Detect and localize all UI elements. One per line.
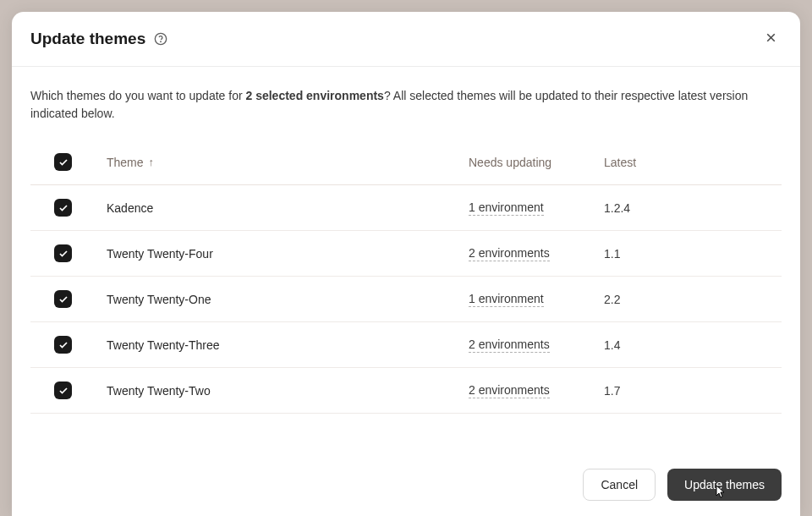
- header-theme-label: Theme: [107, 156, 144, 169]
- row-checkbox[interactable]: [54, 382, 72, 399]
- latest-version: 2.2: [604, 293, 620, 306]
- header-theme[interactable]: Theme ↑: [107, 156, 469, 169]
- environments-link[interactable]: 1 environment: [469, 200, 544, 216]
- modal-title-wrap: Update themes: [30, 30, 167, 48]
- modal-footer: Cancel Update themes: [12, 453, 800, 516]
- header-checkbox-cell: [30, 153, 107, 171]
- latest-version: 1.2.4: [604, 201, 630, 215]
- table-row: Kadence 1 environment 1.2.4: [30, 185, 782, 231]
- themes-table: Theme ↑ Needs updating Latest Kadence 1 …: [30, 140, 782, 414]
- row-checkbox[interactable]: [54, 199, 72, 217]
- table-row: Twenty Twenty-Three 2 environments 1.4: [30, 322, 782, 368]
- row-checkbox[interactable]: [54, 244, 72, 262]
- table-row: Twenty Twenty-Two 2 environments 1.7: [30, 368, 782, 414]
- header-needs-updating[interactable]: Needs updating: [469, 156, 604, 169]
- latest-version: 1.4: [604, 338, 620, 352]
- latest-version: 1.1: [604, 247, 620, 261]
- theme-name: Twenty Twenty-Three: [107, 338, 220, 352]
- table-row: Twenty Twenty-Four 2 environments 1.1: [30, 231, 782, 277]
- svg-point-1: [161, 41, 162, 42]
- sort-ascending-icon: ↑: [149, 156, 155, 168]
- row-checkbox[interactable]: [54, 336, 72, 354]
- table-header-row: Theme ↑ Needs updating Latest: [30, 140, 782, 185]
- theme-name: Twenty Twenty-One: [107, 293, 211, 306]
- close-icon: [764, 30, 778, 47]
- environments-link[interactable]: 2 environments: [469, 383, 550, 398]
- description-prefix: Which themes do you want to update for: [30, 89, 245, 102]
- description-selected-count: 2 selected environments: [245, 89, 383, 102]
- close-button[interactable]: [760, 27, 782, 51]
- theme-name: Twenty Twenty-Four: [107, 247, 213, 261]
- update-themes-modal: Update themes Which themes do you want t…: [12, 12, 800, 516]
- modal-title: Update themes: [30, 30, 145, 48]
- environments-link[interactable]: 2 environments: [469, 338, 550, 353]
- select-all-checkbox[interactable]: [54, 153, 72, 171]
- theme-name: Kadence: [107, 201, 153, 215]
- cancel-button[interactable]: Cancel: [583, 469, 656, 501]
- modal-description: Which themes do you want to update for 2…: [30, 87, 782, 123]
- modal-header: Update themes: [12, 12, 800, 67]
- latest-version: 1.7: [604, 384, 620, 398]
- environments-link[interactable]: 2 environments: [469, 246, 550, 261]
- header-latest[interactable]: Latest: [604, 156, 782, 169]
- table-row: Twenty Twenty-One 1 environment 2.2: [30, 277, 782, 322]
- update-themes-button[interactable]: Update themes: [667, 469, 782, 501]
- modal-body: Which themes do you want to update for 2…: [12, 67, 800, 453]
- environments-link[interactable]: 1 environment: [469, 292, 544, 307]
- help-icon[interactable]: [154, 32, 167, 46]
- row-checkbox[interactable]: [54, 290, 72, 308]
- theme-name: Twenty Twenty-Two: [107, 384, 211, 398]
